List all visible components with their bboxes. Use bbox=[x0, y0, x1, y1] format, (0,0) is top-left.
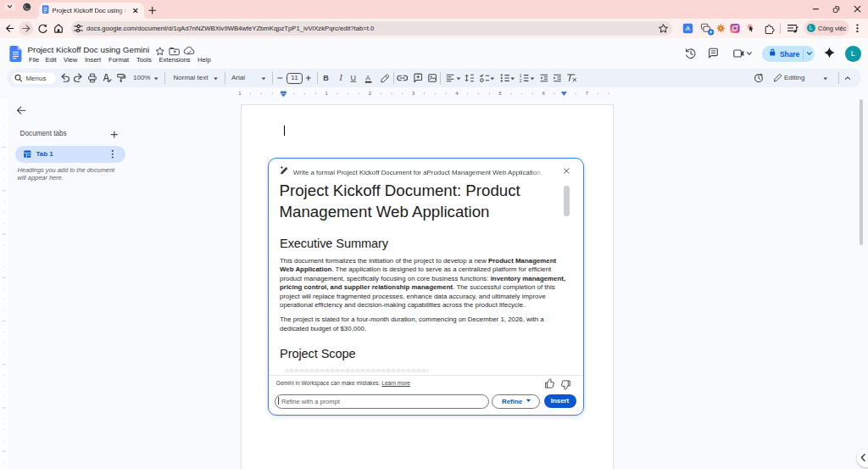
svg-text:7: 7 bbox=[586, 91, 589, 96]
svg-text:1: 1 bbox=[520, 73, 522, 78]
svg-text:1: 1 bbox=[326, 91, 329, 96]
svg-text:A: A bbox=[686, 25, 691, 32]
svg-text:I: I bbox=[339, 74, 343, 82]
svg-text:3: 3 bbox=[412, 91, 415, 96]
svg-text:1: 1 bbox=[238, 91, 242, 96]
svg-text:B: B bbox=[323, 74, 329, 82]
svg-text:5: 5 bbox=[498, 91, 502, 96]
svg-text:6: 6 bbox=[542, 91, 546, 96]
svg-text:4: 4 bbox=[455, 91, 459, 96]
svg-text:2: 2 bbox=[369, 91, 372, 96]
svg-text:A: A bbox=[365, 74, 370, 82]
svg-text:2: 2 bbox=[520, 78, 522, 83]
svg-text:U: U bbox=[350, 74, 356, 82]
